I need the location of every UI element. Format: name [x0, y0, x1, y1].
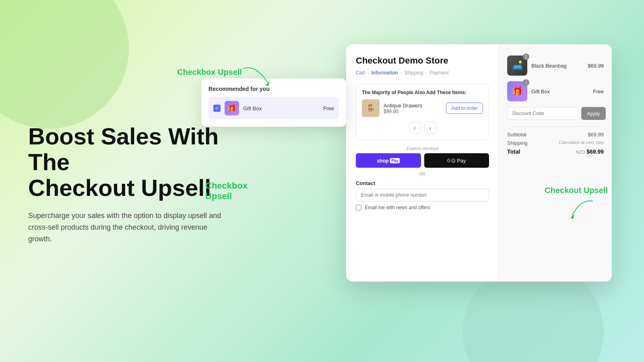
breadcrumb-cart[interactable]: Cart	[356, 70, 365, 76]
subtotal-row: Subtotal $69.99	[507, 132, 604, 138]
giftbox-img-wrap: 🎁 1	[507, 81, 527, 101]
antique-price: $99.00	[384, 109, 442, 114]
contact-label: Contact	[356, 180, 489, 186]
beanbag-img-wrap: 🛋️ 1	[507, 56, 527, 76]
next-button[interactable]: ›	[424, 122, 436, 134]
left-content: Checkbox Upsell Boost Sales With The Che…	[28, 117, 254, 245]
subtotal-value: $69.99	[588, 132, 604, 138]
upsell-carousel-section: The Majority of People Also Add These It…	[356, 84, 489, 140]
checkbox-upsell-floating-label: Checkbox Upsell	[177, 68, 242, 77]
popup-item-name: Gift Box	[243, 105, 319, 111]
discount-row: Apply	[507, 107, 604, 120]
upsell-nav: ‹ ›	[362, 122, 483, 134]
shipping-row: Shipping Calculated at next step	[507, 140, 604, 146]
express-section: Express checkout shop Pay G G Pay OR	[356, 146, 489, 176]
contact-section: Contact Email me with news and offers	[356, 180, 489, 210]
upsell-section-title: The Majority of People Also Add These It…	[362, 90, 483, 95]
antique-name: Antique Drawers	[384, 103, 442, 109]
newsletter-row: Email me with news and offers	[356, 205, 489, 210]
discount-input[interactable]	[507, 107, 578, 120]
beanbag-price: $69.99	[588, 63, 604, 69]
gpay-button[interactable]: G G Pay	[424, 153, 489, 168]
newsletter-label: Email me with news and offers	[365, 205, 430, 210]
totals-section: Subtotal $69.99 Shipping Calculated at n…	[507, 126, 604, 155]
breadcrumb-shipping[interactable]: Shipping	[405, 70, 423, 76]
contact-input[interactable]	[356, 189, 489, 202]
antique-item: 🪑 Antique Drawers $99.00 Add to order	[362, 99, 483, 117]
checkbox-upsell-label: Checkbox Upsell	[205, 181, 254, 202]
or-divider: OR	[356, 172, 489, 176]
breadcrumb-payment[interactable]: Payment	[429, 70, 448, 76]
newsletter-checkbox[interactable]	[356, 205, 361, 210]
popup-title: Recommended for you	[208, 86, 339, 92]
checkbox-popup: Recommended for you ✓ 🎁 Gift Box Free	[201, 78, 346, 127]
popup-checkbox[interactable]: ✓	[213, 105, 221, 112]
beanbag-name: Black Beanbag	[531, 63, 584, 69]
apply-button[interactable]: Apply	[581, 107, 606, 120]
bg-circle-top-left	[0, 0, 129, 129]
checkout-window: Checkout Demo Store Cart › Information ›…	[346, 44, 612, 282]
total-amount: $69.99	[586, 148, 604, 155]
antique-info: Antique Drawers $99.00	[384, 103, 442, 114]
checkout-upsell-floating-label: Checkout Upsell	[545, 186, 608, 195]
express-buttons: shop Pay G G Pay	[356, 153, 489, 168]
breadcrumb: Cart › Information › Shipping › Payment	[356, 70, 489, 76]
add-to-order-button[interactable]: Add to order	[446, 103, 483, 114]
popup-item-price: Free	[323, 105, 334, 111]
product-item-beanbag: 🛋️ 1 Black Beanbag $69.99	[507, 56, 604, 76]
giftbox-name: Gift Box	[531, 88, 589, 95]
giftbox-price: Free	[593, 88, 604, 95]
product-item-giftbox: 🎁 1 Gift Box Free	[507, 81, 604, 101]
checkout-left-panel: Checkout Demo Store Cart › Information ›…	[346, 44, 499, 282]
antique-img: 🪑	[362, 99, 380, 117]
shipping-value: Calculated at next step	[559, 140, 604, 146]
total-currency: NZD	[576, 150, 585, 154]
checkout-right-panel: 🛋️ 1 Black Beanbag $69.99 🎁 1 Gift Box F…	[499, 44, 612, 282]
prev-button[interactable]: ‹	[409, 122, 421, 134]
popup-item-img: 🎁	[225, 101, 239, 115]
shipping-label: Shipping	[507, 140, 528, 146]
breadcrumb-information[interactable]: Information	[372, 70, 398, 76]
total-value: NZD $69.99	[576, 148, 604, 155]
giftbox-badge: 1	[523, 79, 529, 86]
express-label: Express checkout	[356, 146, 489, 151]
subtotal-label: Subtotal	[507, 132, 526, 138]
total-row: Total NZD $69.99	[507, 148, 604, 155]
beanbag-badge: 1	[523, 53, 529, 60]
shop-pay-button[interactable]: shop Pay	[356, 153, 421, 168]
checkbox-upsell-container: Checkbox Upsell	[205, 181, 254, 205]
store-title: Checkout Demo Store	[356, 56, 489, 66]
sub-text: Supercharge your sales with the option t…	[28, 210, 229, 245]
popup-item: ✓ 🎁 Gift Box Free	[208, 97, 339, 119]
total-label: Total	[507, 148, 520, 155]
